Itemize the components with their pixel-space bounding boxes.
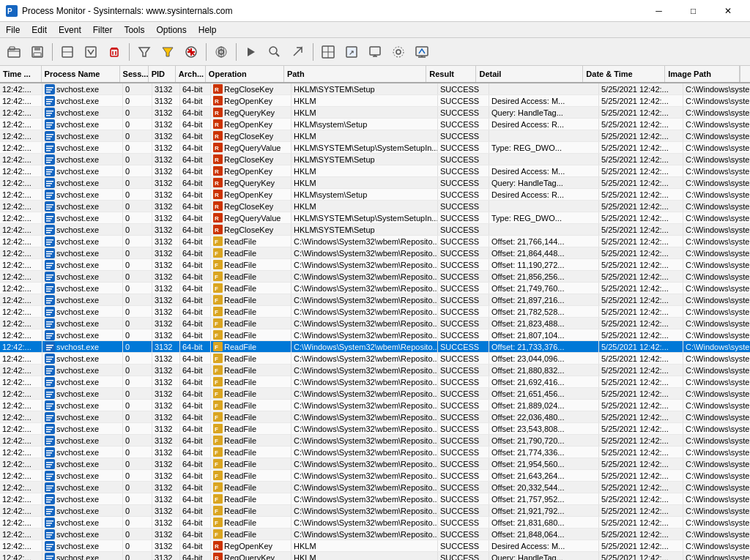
table-row[interactable]: 12:42:... svchost.exe 0 3132 64-bit bbox=[0, 458, 750, 470]
menu-item-help[interactable]: Help bbox=[193, 22, 223, 37]
menu-item-edit[interactable]: Edit bbox=[26, 22, 53, 37]
table-row[interactable]: 12:42:... svchost.exe 0 3132 64-bit bbox=[0, 306, 750, 318]
menu-item-event[interactable]: Event bbox=[53, 22, 87, 37]
table-row[interactable]: 12:42:... svchost.exe 0 3132 64-bit bbox=[0, 83, 750, 95]
table-row[interactable]: 12:42:... svchost.exe 0 3132 64-bit bbox=[0, 505, 750, 517]
table-row[interactable]: 12:42:... svchost.exe 0 3132 64-bit bbox=[0, 447, 750, 458]
svg-rect-55 bbox=[46, 113, 52, 114]
cell-result: SUCCESS bbox=[438, 376, 489, 387]
table-row[interactable]: 12:42:... svchost.exe 0 3132 64-bit bbox=[0, 552, 750, 560]
table-row[interactable]: 12:42:... svchost.exe 0 3132 64-bit bbox=[0, 517, 750, 529]
profiling-button[interactable]: ↗ bbox=[341, 41, 363, 63]
table-row[interactable]: 12:42:... svchost.exe 0 3132 64-bit bbox=[0, 95, 750, 107]
col-header-time[interactable]: Time ... bbox=[0, 66, 42, 82]
table-row[interactable]: 12:42:... svchost.exe 0 3132 64-bit bbox=[0, 435, 750, 447]
include-button[interactable] bbox=[180, 41, 202, 63]
filter-button[interactable] bbox=[133, 41, 155, 63]
table-row[interactable]: 12:42:... svchost.exe 0 3132 64-bit bbox=[0, 423, 750, 435]
table-row[interactable]: 12:42:... svchost.exe 0 3132 64-bit bbox=[0, 388, 750, 400]
table-row[interactable]: 12:42:... svchost.exe 0 3132 64-bit bbox=[0, 283, 750, 294]
svg-text:F: F bbox=[215, 485, 218, 491]
process-icon bbox=[45, 248, 55, 258]
table-row[interactable]: 12:42:... svchost.exe 0 3132 64-bit bbox=[0, 411, 750, 423]
table-row[interactable]: 12:42:... svchost.exe 0 3132 64-bit bbox=[0, 236, 750, 247]
table-row[interactable]: 12:42:... svchost.exe 0 3132 64-bit bbox=[0, 365, 750, 376]
table-row[interactable]: 12:42:... svchost.exe 0 3132 64-bit bbox=[0, 493, 750, 505]
table-container[interactable]: 12:42:... svchost.exe 0 3132 64-bit bbox=[0, 83, 750, 560]
settings-button[interactable] bbox=[387, 41, 409, 63]
cell-path: C:\Windows\System32\wbem\Reposito... bbox=[292, 493, 438, 504]
col-header-result[interactable]: Result bbox=[426, 66, 476, 82]
table-row[interactable]: 12:42:... svchost.exe 0 3132 64-bit bbox=[0, 224, 750, 236]
table-row[interactable]: 12:42:... svchost.exe 0 3132 64-bit bbox=[0, 470, 750, 482]
col-header-arch[interactable]: Arch... bbox=[176, 66, 206, 82]
cell-pid: 3132 bbox=[152, 493, 180, 504]
save-button[interactable] bbox=[26, 41, 48, 63]
cell-op: F ReadFile bbox=[211, 341, 292, 352]
minimize-button[interactable]: ─ bbox=[642, 0, 675, 22]
table-row[interactable]: 12:42:... svchost.exe 0 3132 64-bit bbox=[0, 329, 750, 341]
col-header-sess[interactable]: Sess... bbox=[120, 66, 149, 82]
table-row[interactable]: 12:42:... svchost.exe 0 3132 64-bit bbox=[0, 189, 750, 201]
process-tree-button[interactable] bbox=[317, 41, 339, 63]
table-row[interactable]: 12:42:... svchost.exe 0 3132 64-bit bbox=[0, 294, 750, 306]
cell-imgpath: C:\Windows\syste... bbox=[683, 423, 750, 434]
event-button[interactable] bbox=[240, 41, 262, 63]
table-row[interactable]: 12:42:... svchost.exe 0 3132 64-bit bbox=[0, 177, 750, 189]
col-header-date[interactable]: Date & Time bbox=[583, 66, 665, 82]
table-row[interactable]: 12:42:... svchost.exe 0 3132 64-bit bbox=[0, 165, 750, 177]
table-row[interactable]: 12:42:... svchost.exe 0 3132 64-bit bbox=[0, 259, 750, 271]
close-button[interactable]: ✕ bbox=[711, 0, 744, 22]
cell-result: SUCCESS bbox=[438, 552, 489, 560]
table-row[interactable]: 12:42:... svchost.exe 0 3132 64-bit bbox=[0, 247, 750, 259]
col-header-op[interactable]: Operation bbox=[206, 66, 284, 82]
table-row[interactable]: 12:42:... svchost.exe 0 3132 64-bit bbox=[0, 271, 750, 283]
capture-toggle-button[interactable] bbox=[56, 41, 78, 63]
cell-path: C:\Windows\System32\wbem\Reposito... bbox=[292, 294, 438, 305]
monitor-button[interactable] bbox=[411, 41, 433, 63]
col-header-proc[interactable]: Process Name bbox=[42, 66, 120, 82]
cell-date: 5/25/2021 12:42:... bbox=[599, 212, 683, 223]
cell-pid: 3132 bbox=[152, 177, 180, 188]
find-button[interactable] bbox=[264, 41, 286, 63]
maximize-button[interactable]: □ bbox=[677, 0, 710, 22]
col-header-path[interactable]: Path bbox=[284, 66, 426, 82]
table-row[interactable]: 12:42:... svchost.exe 0 3132 64-bit bbox=[0, 341, 750, 353]
cell-op: F ReadFile bbox=[211, 388, 292, 399]
highlight-button[interactable] bbox=[157, 41, 179, 63]
menu-item-tools[interactable]: Tools bbox=[118, 22, 150, 37]
col-header-pid[interactable]: PID bbox=[149, 66, 176, 82]
svg-point-24 bbox=[270, 47, 277, 54]
jump-button[interactable] bbox=[287, 41, 309, 63]
col-header-detail[interactable]: Detail bbox=[476, 66, 583, 82]
cell-path: C:\Windows\System32\wbem\Reposito... bbox=[292, 365, 438, 376]
cell-imgpath: C:\Windows\syste... bbox=[683, 458, 750, 469]
cell-result: SUCCESS bbox=[438, 294, 489, 305]
cell-pid: 3132 bbox=[152, 130, 180, 141]
table-row[interactable]: 12:42:... svchost.exe 0 3132 64-bit bbox=[0, 540, 750, 552]
open-button[interactable] bbox=[3, 41, 25, 63]
menu-item-options[interactable]: Options bbox=[150, 22, 192, 37]
table-row[interactable]: 12:42:... svchost.exe 0 3132 64-bit bbox=[0, 212, 750, 224]
table-row[interactable]: 12:42:... svchost.exe 0 3132 64-bit bbox=[0, 130, 750, 142]
table-row[interactable]: 12:42:... svchost.exe 0 3132 64-bit bbox=[0, 107, 750, 119]
cell-op: F ReadFile bbox=[211, 470, 292, 481]
autoscroll-button[interactable] bbox=[80, 41, 102, 63]
menu-item-file[interactable]: File bbox=[0, 22, 26, 37]
table-row[interactable]: 12:42:... svchost.exe 0 3132 64-bit bbox=[0, 201, 750, 212]
computer-button[interactable] bbox=[364, 41, 386, 63]
table-row[interactable]: 12:42:... svchost.exe 0 3132 64-bit bbox=[0, 154, 750, 165]
menu-item-filter[interactable]: Filter bbox=[87, 22, 119, 37]
table-row[interactable]: 12:42:... svchost.exe 0 3132 64-bit bbox=[0, 400, 750, 411]
table-row[interactable]: 12:42:... svchost.exe 0 3132 64-bit bbox=[0, 529, 750, 540]
table-row[interactable]: 12:42:... svchost.exe 0 3132 64-bit bbox=[0, 142, 750, 154]
table-row[interactable]: 12:42:... svchost.exe 0 3132 64-bit bbox=[0, 376, 750, 388]
table-row[interactable]: 12:42:... svchost.exe 0 3132 64-bit bbox=[0, 119, 750, 130]
table-row[interactable]: 12:42:... svchost.exe 0 3132 64-bit bbox=[0, 318, 750, 329]
table-row[interactable]: 12:42:... svchost.exe 0 3132 64-bit bbox=[0, 353, 750, 365]
col-header-imgpath[interactable]: Image Path bbox=[665, 66, 740, 82]
table-row[interactable]: 12:42:... svchost.exe 0 3132 64-bit bbox=[0, 482, 750, 493]
network-button[interactable] bbox=[210, 41, 232, 63]
clear-button[interactable] bbox=[103, 41, 125, 63]
cell-sess: 0 bbox=[123, 505, 152, 516]
